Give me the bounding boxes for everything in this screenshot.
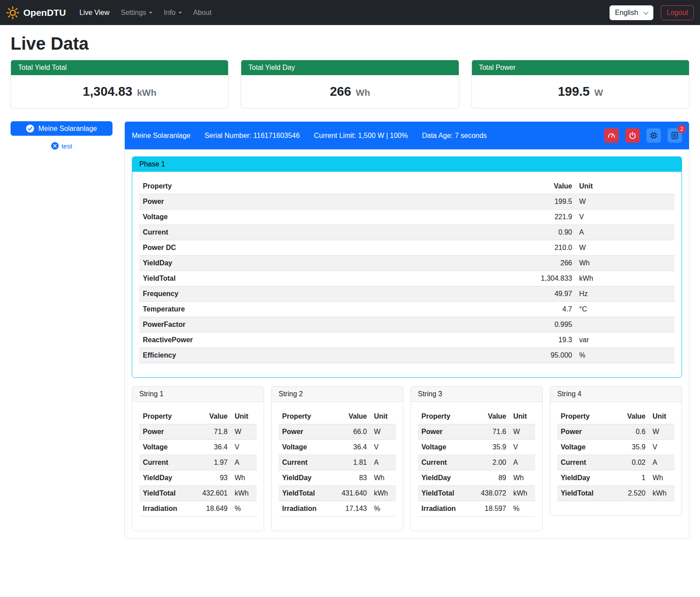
unit-cell: kWh bbox=[576, 271, 675, 286]
property-cell: Efficiency bbox=[139, 348, 514, 363]
unit-cell: % bbox=[231, 501, 257, 517]
unit-cell: kWh bbox=[649, 486, 675, 501]
value-cell: 0.995 bbox=[514, 317, 576, 333]
gauge-icon bbox=[607, 131, 616, 140]
string-card-body: Property Value Unit Power bbox=[411, 402, 542, 531]
summary-card: Total Yield Total 1,304.83 kWh bbox=[11, 60, 228, 109]
property-cell: Power bbox=[139, 424, 194, 440]
property-cell: Frequency bbox=[139, 286, 514, 302]
value-cell: 2.00 bbox=[473, 455, 510, 470]
table-row: YieldDay 89 Wh bbox=[418, 470, 535, 486]
summary-cards-row: Total Yield Total 1,304.83 kWh Total Yie… bbox=[11, 60, 689, 109]
journal-icon bbox=[671, 131, 679, 140]
phase-card: Phase 1 Property Value Unit bbox=[132, 156, 682, 378]
unit-cell bbox=[576, 317, 675, 333]
value-cell: 0.02 bbox=[612, 455, 649, 470]
chevron-down-icon bbox=[643, 9, 648, 14]
nav-live-view[interactable]: Live View bbox=[74, 5, 115, 20]
unit-cell: kWh bbox=[231, 486, 257, 501]
property-cell: Power bbox=[557, 424, 612, 440]
property-cell: YieldDay bbox=[557, 470, 612, 486]
unit-cell: Wh bbox=[510, 470, 535, 486]
event-log-button[interactable]: 2 bbox=[667, 128, 682, 143]
table-row: YieldTotal 431.640 kWh bbox=[279, 486, 396, 501]
table-header-row: Property Value Unit bbox=[279, 409, 396, 424]
summary-unit: Wh bbox=[356, 87, 370, 98]
property-cell: Power bbox=[418, 424, 473, 440]
value-cell: 95.000 bbox=[514, 348, 576, 363]
property-cell: YieldTotal bbox=[418, 486, 473, 501]
nav-links: Live View Settings Info About bbox=[74, 5, 218, 20]
summary-card: Total Yield Day 266 Wh bbox=[241, 60, 459, 109]
property-cell: YieldDay bbox=[139, 256, 514, 271]
column-header-property: Property bbox=[557, 409, 612, 424]
inverter-select-button[interactable]: Meine Solaranlage bbox=[11, 121, 112, 136]
table-row: Efficiency 95.000 % bbox=[139, 348, 675, 363]
value-cell: 93 bbox=[194, 470, 231, 486]
unit-cell: W bbox=[370, 424, 396, 440]
nav-about[interactable]: About bbox=[188, 5, 218, 20]
page-container: Live Data Total Yield Total 1,304.83 kWh… bbox=[0, 34, 700, 551]
limit-settings-button[interactable] bbox=[604, 128, 619, 143]
inverter-serial: Serial Number: 116171603546 bbox=[204, 132, 300, 140]
table-row: Frequency 49.97 Hz bbox=[139, 286, 675, 302]
property-cell: Power bbox=[279, 424, 334, 440]
logout-button[interactable]: Logout bbox=[661, 5, 694, 20]
nav-info[interactable]: Info bbox=[158, 5, 188, 20]
table-row: Power 199.5 W bbox=[139, 194, 675, 210]
summary-card-title: Total Yield Total bbox=[11, 60, 228, 75]
phase-card-body: Property Value Unit Power 199.5 bbox=[132, 172, 682, 377]
summary-card: Total Power 199.5 W bbox=[472, 60, 689, 109]
value-cell: 431.640 bbox=[334, 486, 370, 501]
summary-card-body: 199.5 W bbox=[472, 75, 689, 108]
nav-settings[interactable]: Settings bbox=[115, 5, 158, 20]
column-header-unit: Unit bbox=[576, 179, 675, 194]
string-card-body: Property Value Unit Power bbox=[550, 402, 682, 515]
property-cell: Power bbox=[139, 194, 514, 210]
property-cell: Voltage bbox=[139, 440, 194, 455]
property-cell: PowerFactor bbox=[139, 317, 514, 333]
unit-cell: W bbox=[231, 424, 257, 440]
value-cell: 210.0 bbox=[514, 240, 576, 256]
unit-cell: V bbox=[510, 440, 535, 455]
column-header-property: Property bbox=[279, 409, 334, 424]
table-header-row: Property Value Unit bbox=[557, 409, 675, 424]
table-row: YieldTotal 1,304.833 kWh bbox=[139, 271, 675, 286]
table-row: Voltage 35.9 V bbox=[557, 440, 675, 455]
summary-card-body: 1,304.83 kWh bbox=[11, 75, 228, 108]
table-header-row: Property Value Unit bbox=[418, 409, 535, 424]
property-cell: YieldDay bbox=[139, 470, 194, 486]
summary-unit: W bbox=[594, 87, 603, 98]
property-cell: YieldDay bbox=[279, 470, 334, 486]
table-row: YieldDay 1 Wh bbox=[557, 470, 675, 486]
string-card-1: String 1 Property Value Unit bbox=[132, 386, 264, 531]
string-table: Property Value Unit Power bbox=[139, 409, 257, 517]
string-card-title: String 1 bbox=[132, 387, 264, 402]
x-circle-icon bbox=[51, 142, 59, 150]
check-circle-icon bbox=[26, 124, 34, 133]
property-cell: Temperature bbox=[139, 302, 514, 317]
property-cell: Voltage bbox=[557, 440, 612, 455]
property-cell: Current bbox=[557, 455, 612, 470]
column-header-property: Property bbox=[418, 409, 473, 424]
unit-cell: var bbox=[576, 333, 675, 348]
value-cell: 438.072 bbox=[473, 486, 510, 501]
property-cell: Voltage bbox=[418, 440, 473, 455]
table-row: Current 1.97 A bbox=[139, 455, 257, 470]
device-info-button[interactable] bbox=[646, 128, 661, 143]
table-row: Current 0.02 A bbox=[557, 455, 675, 470]
brand[interactable]: OpenDTU bbox=[6, 6, 66, 19]
language-select[interactable]: English bbox=[609, 5, 653, 20]
property-cell: Current bbox=[139, 455, 194, 470]
table-row: Power 71.8 W bbox=[139, 424, 257, 440]
unit-cell: Wh bbox=[576, 256, 675, 271]
value-cell: 18.649 bbox=[194, 501, 231, 517]
inverter-card: Meine Solaranlage Serial Number: 1161716… bbox=[124, 121, 689, 539]
inverter-item-test[interactable]: test bbox=[11, 142, 112, 150]
value-cell: 1.97 bbox=[194, 455, 231, 470]
sun-icon bbox=[6, 6, 19, 19]
table-row: YieldDay 266 Wh bbox=[139, 256, 675, 271]
unit-cell: V bbox=[576, 210, 675, 225]
unit-cell: kWh bbox=[510, 486, 535, 501]
power-button[interactable] bbox=[625, 128, 640, 143]
